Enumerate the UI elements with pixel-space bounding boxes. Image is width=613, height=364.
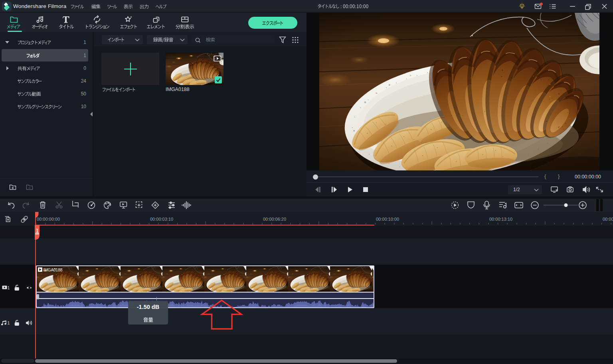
svg-text:00:00:13:10: 00:00:13:10 [489,217,512,222]
svg-text:00:00:10:00: 00:00:10:00 [376,217,399,222]
svg-text:00:00:00:00: 00:00:00:00 [37,217,60,222]
svg-text:1: 1 [8,285,10,290]
svg-text:00:00:16:20: 00:00:16:20 [603,217,613,222]
svg-text:00:00:03:10: 00:00:03:10 [150,217,173,222]
svg-text:00:00:06:20: 00:00:06:20 [263,217,286,222]
svg-text:1: 1 [8,320,10,325]
svg-text:IMGA0188: IMGA0188 [44,268,63,272]
